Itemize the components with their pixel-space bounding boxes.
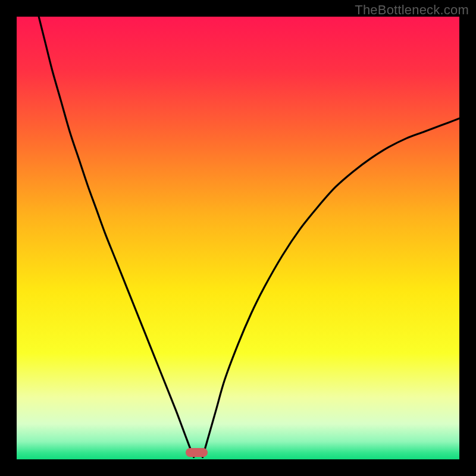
plot-area bbox=[17, 17, 459, 459]
curve-left-branch bbox=[39, 17, 193, 457]
bottleneck-curve bbox=[17, 17, 459, 459]
watermark-text: TheBottleneck.com bbox=[355, 2, 469, 18]
curve-right-branch bbox=[202, 118, 459, 457]
optimum-marker bbox=[186, 448, 208, 457]
chart-frame: TheBottleneck.com bbox=[0, 0, 476, 476]
